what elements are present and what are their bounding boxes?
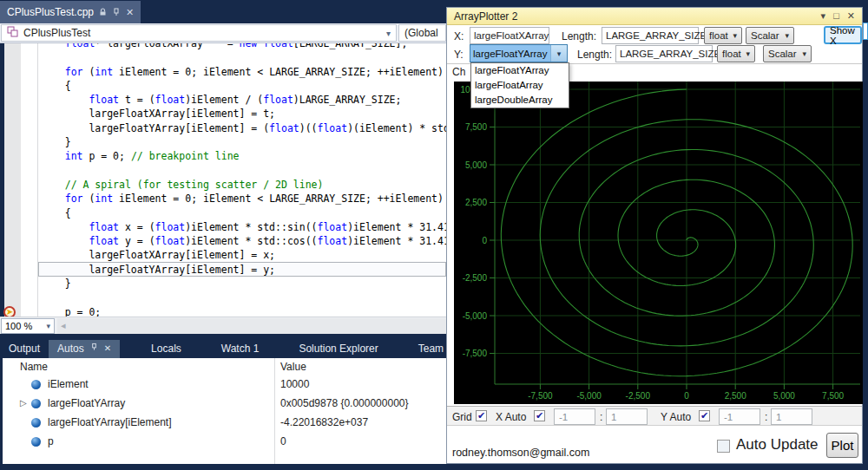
x-max-input[interactable]: 1 [606, 408, 648, 425]
x-tick-label: -2,500 [626, 391, 651, 401]
code-line: largeFloatYArray[iElement] = y; [41, 263, 446, 277]
x-min-input[interactable]: -1 [554, 408, 595, 425]
autos-table[interactable]: Name Value iElement10000▷largeFloatYArra… [3, 358, 446, 464]
close-icon[interactable]: ✕ [126, 7, 134, 18]
close-icon[interactable]: ✕ [104, 343, 111, 355]
arrayplotter-title-bar[interactable]: ArrayPlotter 2 ▾ □ ✕ [447, 8, 862, 25]
table-row[interactable]: largeFloatYArray[iElement]-4.22016832e+0… [3, 414, 446, 433]
scope-dropdown[interactable]: (Global [398, 24, 446, 42]
plot-button[interactable]: Plot [826, 433, 858, 458]
y-tick-label: -7,500 [463, 349, 488, 358]
x-length-input[interactable]: LARGE_ARRAY_SIZE [602, 27, 699, 44]
panel-tab-watch-1[interactable]: Watch 1 [213, 340, 268, 358]
x-tick-label: 5,000 [773, 391, 795, 401]
x-auto-label: X Auto [496, 411, 526, 423]
code-line: // A spiral (for testing scatter / 2D li… [41, 178, 446, 192]
combobox-drop-button[interactable]: ▾ [550, 45, 567, 62]
show-x-button[interactable]: Show X [824, 26, 862, 44]
variable-name: p [48, 435, 54, 447]
panel-tab-output[interactable]: Output [0, 340, 49, 358]
horizontal-scrollbar[interactable]: ◂ [57, 318, 446, 334]
column-header-name[interactable]: Name [20, 358, 48, 375]
x-range-separator: : [600, 411, 602, 423]
code-editor[interactable]: float* largeFloatXArray = new float[LARG… [0, 43, 446, 317]
code-line: float t = (float)iElement / (float)LARGE… [41, 93, 446, 107]
tab-cplusplustest-cpp[interactable]: CPlusPlusTest.cpp ✕ [0, 1, 141, 23]
y-tick-label: 2,500 [465, 198, 487, 207]
table-row[interactable]: iElement10000 [3, 375, 446, 395]
panel-tab-locals[interactable]: Locals [142, 340, 190, 358]
auto-update-checkbox[interactable] [717, 440, 730, 453]
code-line: } [41, 277, 446, 290]
x-mode-dropdown[interactable]: Scalar▾ [746, 27, 794, 44]
y-length-input[interactable]: LARGE_ARRAY_SIZE [615, 45, 713, 62]
chevron-down-icon: ▾ [733, 31, 737, 40]
maximize-icon[interactable]: □ [833, 10, 839, 22]
y-array-combobox[interactable]: largeFloatYArray ▾ [470, 44, 568, 62]
y-max-input[interactable]: 1 [771, 408, 812, 425]
close-icon[interactable]: ✕ [847, 10, 855, 22]
tool-panel-tabs: OutputAutos✕LocalsWatch 1Solution Explor… [0, 340, 446, 358]
code-line: largeFloatXArray[iElement] = x; [41, 248, 446, 262]
plot-controls-row: Grid ✔ X Auto ✔ -1 : 1 Y Auto ✔ -1 : 1 [447, 406, 862, 426]
scroll-left-icon[interactable]: ◂ [61, 320, 66, 331]
x-auto-checkbox[interactable]: ✔ [534, 410, 545, 421]
code-line: largeFloatXArray[iElement] = t; [41, 107, 446, 121]
x-tick-label: 2,500 [725, 391, 746, 401]
table-row[interactable]: ▷largeFloatYArray0x005d9878 {0.000000000… [3, 395, 446, 414]
pin-icon[interactable] [90, 343, 98, 355]
grid-checkbox[interactable]: ✔ [476, 410, 487, 421]
code-line: int p = 0; // breakpoint line [41, 149, 446, 163]
variable-value: -4.22016832e+037 [280, 416, 368, 428]
dropdown-item[interactable]: largeFloatArray [471, 78, 569, 93]
bottom-tool-panel: OutputAutos✕LocalsWatch 1Solution Explor… [0, 334, 446, 470]
x-array-input[interactable]: largeFloatXArray [470, 27, 549, 44]
code-line: largeFloatYArray[iElement] = (float)((fl… [41, 121, 446, 135]
variable-icon [31, 399, 41, 408]
x-tick-label: 0 [684, 391, 689, 401]
chevron-down-icon: ▾ [785, 31, 789, 40]
y-mode-dropdown[interactable]: Scalar▾ [763, 45, 812, 62]
expander-icon[interactable]: ▷ [20, 398, 27, 408]
x-tick-label: -5,000 [576, 391, 602, 401]
window-menu-icon[interactable]: ▾ [821, 10, 826, 22]
spiral-plot-svg: 10,0007,5005,0002,5000-2,500-5,000-7,500… [454, 82, 863, 404]
panel-tab-autos[interactable]: Autos✕ [49, 340, 120, 358]
code-line [41, 164, 446, 178]
window-edge-strip [863, 0, 868, 470]
code-content: float* largeFloatXArray = new float[LARG… [41, 43, 446, 317]
clipped-chart-label: Ch [452, 66, 465, 78]
dropdown-item[interactable]: largeDoubleArray [471, 93, 569, 108]
code-line: for (int iElement = 0; iElement < LARGE_… [41, 65, 446, 79]
y-length-label: Length: [577, 49, 612, 61]
y-array-dropdown-popup[interactable]: largeFloatYArraylargeFloatArraylargeDoub… [470, 62, 569, 108]
variable-icon [31, 380, 41, 389]
table-row[interactable]: p0 [3, 433, 446, 452]
y-tick-label: 5,000 [465, 160, 487, 170]
y-tick-label: 0 [482, 236, 487, 245]
y-min-input[interactable]: -1 [719, 408, 760, 425]
code-line: { [41, 206, 446, 220]
y-type-dropdown[interactable]: float▾ [717, 45, 755, 62]
editor-navigation-bar: CPlusPlusTest ▾ (Global [0, 23, 446, 43]
x-tick-label: -7,500 [528, 391, 553, 401]
panel-tab-team-e[interactable]: Team E [410, 340, 446, 358]
plot-area[interactable]: 10,0007,5005,0002,5000-2,500-5,000-7,500… [454, 82, 863, 404]
variable-name: iElement [48, 378, 89, 390]
panel-tab-solution-explorer[interactable]: Solution Explorer [290, 340, 386, 358]
breakpoint-margin[interactable] [4, 43, 21, 317]
pin-icon[interactable] [112, 8, 121, 16]
dropdown-item[interactable]: largeFloatYArray [471, 63, 569, 78]
y-auto-checkbox[interactable]: ✔ [699, 410, 710, 421]
variable-icon [31, 437, 41, 447]
variable-value: 10000 [280, 378, 309, 390]
spiral-series [501, 89, 852, 376]
zoom-level-dropdown[interactable]: 100 % ▾ [1, 318, 55, 334]
code-line [41, 290, 446, 304]
x-row-label: X: [454, 30, 464, 42]
current-line-arrow-icon[interactable]: ➤ [3, 306, 16, 317]
type-dropdown[interactable]: CPlusPlusTest ▾ [1, 24, 397, 42]
x-type-dropdown[interactable]: float▾ [704, 27, 742, 44]
class-icon [7, 26, 18, 40]
column-header-value[interactable]: Value [280, 358, 306, 375]
